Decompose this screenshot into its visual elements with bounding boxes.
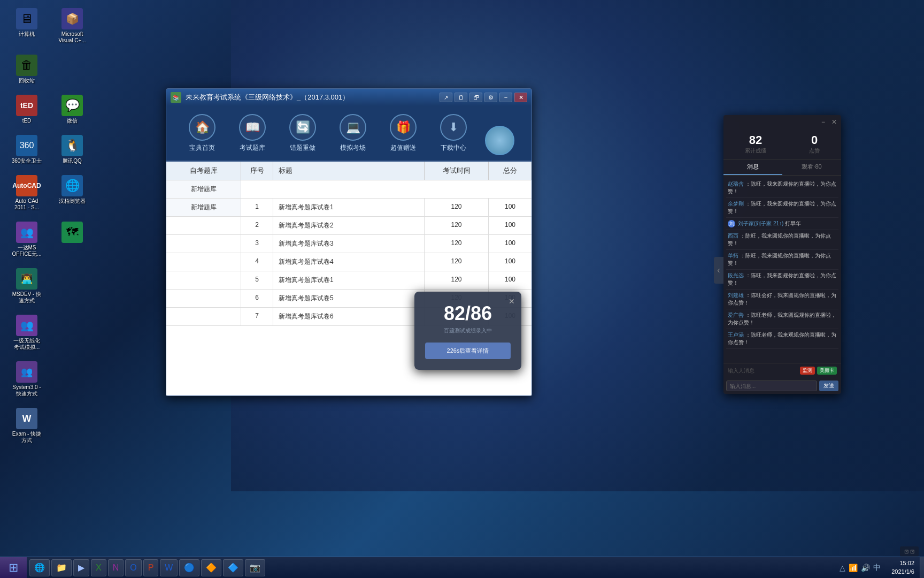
system-tray: △ 📶 🔊 中 (834, 563, 886, 573)
wrong-redo-nav-icon: 🔄 (289, 114, 316, 141)
qq-icon: 🐧 (61, 135, 83, 156)
desktop-icon-computer[interactable]: 🖥 计算机 (5, 5, 48, 47)
taskbar-item-explorer[interactable]: 📁 (51, 559, 72, 576)
close-window-button[interactable]: ✕ (514, 93, 527, 102)
title-cell: 新增真考题库试卷5 (273, 290, 425, 307)
restore-window-button[interactable]: 🗗 (469, 93, 482, 102)
cumulative-score-label: 累计成绩 (745, 147, 766, 155)
nav-exam-lib[interactable]: 📖 考试题库 (234, 111, 271, 155)
tray-icon-1[interactable]: △ (840, 564, 845, 572)
table-row[interactable]: 新增题库 (166, 180, 532, 199)
time-cell: 120 (425, 199, 489, 216)
chat-tab-watching[interactable]: 观看·80 (782, 159, 841, 175)
table-row[interactable]: 2 新增真考题库试卷2 120 100 (166, 217, 532, 235)
taskbar-item-ppt[interactable]: P (143, 559, 159, 576)
desktop-icon-qq[interactable]: 🐧 腾讯QQ (51, 132, 94, 167)
share-button[interactable]: ↗ (440, 93, 452, 102)
desktop-icon-autocad[interactable]: AutoCAD Auto CAd2011 - S... (5, 172, 48, 214)
desktop-icon-recycle[interactable]: 🗑 回收站 (5, 52, 48, 87)
th-score: 总分 (489, 162, 532, 180)
exam-icon: W (16, 408, 37, 429)
chat-tab-messages[interactable]: 消息 (723, 159, 782, 175)
score-popup-close-button[interactable]: ✕ (506, 296, 517, 307)
category-cell (166, 271, 241, 289)
nav-download[interactable]: ⬇ 下载中心 (435, 111, 472, 155)
category-cell (166, 308, 241, 325)
desktop-icon-ted[interactable]: tED tED (5, 92, 48, 127)
table-row[interactable]: 5 新增真考题库试卷1 120 100 (166, 271, 532, 290)
chat-close-button[interactable]: ✕ (829, 117, 839, 127)
app2-taskbar-icon: 🔷 (228, 562, 238, 573)
table-row[interactable]: 4 新增真考题库试卷4 120 100 (166, 253, 532, 271)
praise-number: 0 (809, 133, 820, 147)
score-fraction-display: 82/86 (425, 302, 511, 325)
collapse-window-button[interactable]: − (499, 93, 512, 102)
title-cell: 新增真考题库试卷2 (273, 217, 425, 234)
taskbar-item-camera[interactable]: 📷 (245, 559, 265, 576)
taskbar-item-app2[interactable]: 🔷 (223, 559, 243, 576)
chat-minimize-button[interactable]: − (819, 117, 827, 127)
input-tray-icon[interactable]: 中 (873, 563, 881, 573)
taskbar-item-onenote[interactable]: N (108, 559, 124, 576)
nav-gift[interactable]: 🎁 超值赠送 (384, 111, 422, 155)
desktop-icon-exam[interactable]: W Exam - 快捷方式 (5, 405, 48, 446)
praise-label: 点赞 (809, 147, 820, 155)
taskbar-item-ie[interactable]: 🌐 (29, 559, 50, 576)
ie-taskbar-icon: 🌐 (34, 562, 45, 573)
desktop-icon-msvc[interactable]: 📦 MicrosoftVisual C+... (51, 5, 94, 47)
word-taskbar-icon: W (165, 563, 173, 573)
chat-tabs: 消息 观看·80 (723, 159, 841, 176)
user-avatar[interactable] (485, 126, 514, 155)
msg-text: ：陈旺，我来圆规你的直播啦，为你点赞！ (728, 253, 831, 266)
desktop-icon-ie[interactable]: 🌐 汉柏浏览器 (51, 172, 94, 214)
network-tray-icon[interactable]: 📶 (849, 564, 858, 572)
chat-message: 单拓 ：陈旺，我来圆规你的直播啦，为你点赞！ (726, 250, 838, 270)
ie-icon-label: 汉柏浏览器 (59, 198, 86, 204)
exam-icon-label: Exam - 快捷方式 (12, 431, 41, 444)
computer-icon: 🖥 (16, 8, 37, 29)
nav-wrong-redo[interactable]: 🔄 错题重做 (284, 111, 321, 155)
wrong-redo-nav-label: 错题重做 (290, 143, 315, 153)
taskbar-item-chrome[interactable]: 🔵 (179, 559, 199, 576)
minimize-window-button[interactable]: 🗒 (455, 93, 467, 102)
computer-icon-label: 计算机 (19, 31, 35, 37)
start-button[interactable]: ⊞ (0, 557, 27, 579)
360-icon: 360 (16, 135, 37, 156)
msg-text: ：陈旺老师，我来圆观规你的直播啦，为你点赞！ (728, 312, 836, 325)
row-category-label: 新增题库 (166, 180, 241, 198)
desktop-icon-360[interactable]: 360 360安全卫士 (5, 132, 48, 167)
chat-message: 王卢涵 ：陈旺老师，我来观规你的直播啦，为你点赞！ (726, 329, 838, 349)
taskbar-item-outlook[interactable]: O (125, 559, 141, 576)
desktop-icon-weixin[interactable]: 💬 微信 (51, 92, 94, 127)
ppt-taskbar-icon: P (148, 563, 154, 573)
desktop-icon-maps[interactable]: 🗺 (51, 219, 94, 260)
chat-send-button[interactable]: 发送 (819, 381, 838, 391)
score-action-button[interactable]: 226s后查看详情 (425, 343, 511, 359)
taskbar-item-word[interactable]: W (160, 559, 178, 576)
chat-panel-collapse-button[interactable]: ‹ (714, 257, 723, 284)
taskbar-item-media[interactable]: ▶ (73, 559, 89, 576)
msvc-icon-label: MicrosoftVisual C+... (58, 31, 86, 44)
desktop-icon-yidams[interactable]: 👥 一达MSOFFICE无... (5, 219, 48, 260)
maps-icon: 🗺 (61, 222, 83, 243)
settings-window-button[interactable]: ⚙ (484, 93, 497, 102)
nav-mock-exam[interactable]: 💻 模拟考场 (334, 111, 372, 155)
chat-message-input[interactable] (726, 381, 817, 391)
desktop-icon-system3[interactable]: 👥 System3.0 -快速方式 (5, 359, 48, 400)
show-desktop-button[interactable] (920, 557, 924, 579)
excel-taskbar-icon: X (96, 563, 102, 573)
volume-tray-icon[interactable]: 🔊 (861, 564, 870, 572)
taskbar-item-excel[interactable]: X (91, 559, 106, 576)
desktop-icon-msdev[interactable]: 👨‍💻 MSDEV - 快速方式 (5, 265, 48, 307)
score-cell: 100 (489, 199, 532, 216)
table-row[interactable]: 新增题库 1 新增真考题库试卷1 120 100 (166, 199, 532, 217)
th-seq: 序号 (241, 162, 273, 180)
table-row[interactable]: 3 新增真考题库试卷3 120 100 (166, 235, 532, 253)
weixin-icon-label: 微信 (67, 118, 78, 124)
nav-home[interactable]: 🏠 宝典首页 (183, 111, 221, 155)
clock-time: 15:02 (891, 559, 914, 567)
taskbar-item-app1[interactable]: 🔶 (201, 559, 221, 576)
desktop-icon-yijia[interactable]: 👥 一级无纸化考试模拟... (5, 312, 48, 353)
autocad-icon: AutoCAD (16, 175, 37, 196)
msvc-icon: 📦 (61, 8, 83, 29)
